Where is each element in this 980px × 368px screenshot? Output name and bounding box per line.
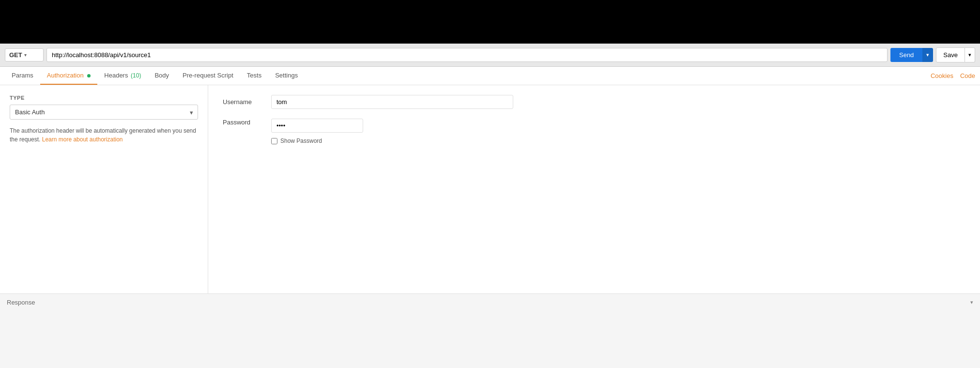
- learn-more-link[interactable]: Learn more about authorization: [42, 136, 123, 143]
- password-label: Password: [223, 119, 271, 126]
- cookies-link[interactable]: Cookies: [931, 72, 953, 79]
- tabs-bar: Params Authorization Headers (10) Body P…: [0, 67, 980, 85]
- method-dropdown-icon: ▾: [24, 52, 27, 58]
- show-password-checkbox[interactable]: [271, 138, 277, 144]
- headers-badge: (10): [131, 72, 141, 79]
- type-label: TYPE: [10, 95, 198, 101]
- tab-body[interactable]: Body: [148, 67, 176, 85]
- type-select-wrapper: Basic Auth No Auth Bearer Token API Key …: [10, 105, 198, 120]
- send-dropdown-button[interactable]: ▾: [922, 48, 933, 62]
- tab-authorization[interactable]: Authorization: [40, 67, 98, 85]
- authorization-active-dot: [87, 74, 91, 77]
- show-password-label[interactable]: Show Password: [280, 138, 322, 144]
- type-select[interactable]: Basic Auth No Auth Bearer Token API Key …: [10, 105, 198, 120]
- password-row: Password Show Password: [223, 119, 965, 144]
- show-password-row: Show Password: [271, 138, 363, 144]
- url-input[interactable]: [46, 48, 888, 62]
- username-row: Username: [223, 95, 965, 109]
- password-section: Show Password: [271, 119, 363, 144]
- save-button[interactable]: Save: [936, 47, 965, 62]
- response-label: Response: [7, 299, 35, 306]
- left-panel: TYPE Basic Auth No Auth Bearer Token API…: [0, 85, 208, 293]
- method-selector[interactable]: GET ▾: [5, 48, 44, 61]
- username-input[interactable]: [271, 95, 513, 109]
- response-chevron-icon: ▾: [970, 299, 973, 306]
- method-label: GET: [9, 51, 22, 59]
- annotation-area: [0, 0, 980, 44]
- tabs-right: Cookies Code: [931, 72, 975, 79]
- main-content: TYPE Basic Auth No Auth Bearer Token API…: [0, 85, 980, 293]
- code-link[interactable]: Code: [960, 72, 975, 79]
- password-input[interactable]: [271, 119, 363, 133]
- tab-settings[interactable]: Settings: [268, 67, 305, 85]
- tab-pre-request-script[interactable]: Pre-request Script: [176, 67, 240, 85]
- url-bar: GET ▾ Send ▾ Save ▾: [0, 44, 980, 67]
- send-button[interactable]: Send: [890, 48, 922, 62]
- response-bar: Response ▾: [0, 293, 980, 311]
- tab-params[interactable]: Params: [5, 67, 40, 85]
- right-panel: Username Password Show Password: [208, 85, 980, 293]
- tab-tests[interactable]: Tests: [240, 67, 268, 85]
- tab-headers[interactable]: Headers (10): [97, 67, 148, 85]
- save-dropdown-button[interactable]: ▾: [965, 47, 975, 62]
- username-label: Username: [223, 98, 271, 106]
- auth-description: The authorization header will be automat…: [10, 126, 198, 144]
